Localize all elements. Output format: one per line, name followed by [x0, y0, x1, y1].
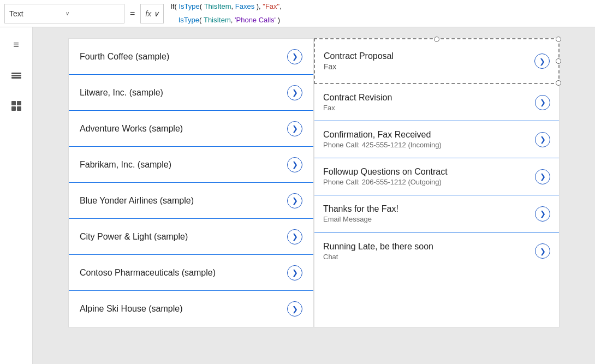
list-item-label: Alpine Ski House (sample): [80, 304, 287, 314]
list-item[interactable]: City Power & Light (sample) ❯: [69, 219, 313, 255]
right-list-item-title: Contract Revision: [323, 93, 535, 103]
selected-card-text: Contract Proposal Fax: [324, 51, 530, 71]
selected-card-title: Contract Proposal: [324, 51, 530, 61]
navigate-right-icon[interactable]: ❯: [287, 229, 302, 244]
panels-container: Fourth Coffee (sample) ❯ Litware, Inc. (…: [68, 38, 560, 327]
svg-rect-6: [17, 106, 21, 111]
list-item-label: City Power & Light (sample): [80, 232, 287, 242]
fx-button[interactable]: fx ∨: [140, 4, 164, 23]
svg-rect-5: [11, 106, 16, 111]
right-list-item-title: Thanks for the Fax!: [323, 204, 535, 214]
resize-handle-top-right[interactable]: [556, 37, 561, 42]
list-item-label: Blue Yonder Airlines (sample): [80, 196, 287, 206]
right-list-item[interactable]: Thanks for the Fax! Email Message ❯: [314, 195, 559, 232]
right-list-item-subtitle: Chat: [323, 253, 535, 261]
navigate-right-icon[interactable]: ❯: [287, 85, 302, 100]
navigate-right-icon[interactable]: ❯: [535, 95, 550, 110]
list-item[interactable]: Alpine Ski House (sample) ❯: [69, 291, 313, 327]
right-list-item-subtitle: Phone Call: 206-555-1212 (Outgoing): [323, 178, 535, 186]
navigate-right-icon[interactable]: ❯: [535, 169, 550, 184]
formula-thisitem2: ThisItem: [204, 15, 231, 25]
right-list-item-subtitle: Phone Call: 425-555-1212 (Incoming): [323, 141, 535, 149]
resize-handle-right-mid[interactable]: [556, 58, 561, 64]
navigate-right-icon[interactable]: ❯: [287, 157, 302, 172]
fx-chevron-icon: ∨: [153, 9, 159, 18]
list-item[interactable]: Contoso Pharmaceuticals (sample) ❯: [69, 255, 313, 291]
hamburger-menu-icon[interactable]: ≡: [7, 35, 26, 55]
dropdown-value: Text: [9, 9, 63, 18]
navigate-right-icon[interactable]: ❯: [534, 53, 550, 69]
formula-istype1: IsType: [178, 2, 199, 11]
navigate-right-icon[interactable]: ❯: [287, 301, 302, 317]
equals-sign: =: [127, 9, 138, 19]
list-item[interactable]: Fabrikam, Inc. (sample) ❯: [69, 147, 313, 183]
selected-card-subtitle: Fax: [324, 62, 530, 71]
right-list-item[interactable]: Running Late, be there soon Chat ❯: [314, 232, 559, 270]
right-list-item-title: Running Late, be there soon: [323, 242, 535, 252]
navigate-right-icon[interactable]: ❯: [287, 121, 302, 136]
list-item-label: Fourth Coffee (sample): [80, 52, 287, 62]
grid-view-icon[interactable]: [7, 96, 26, 116]
formula-thisitem1: ThisItem: [204, 2, 231, 11]
svg-rect-0: [11, 73, 21, 74]
right-list-item-text: Contract Revision Fax: [323, 93, 535, 112]
navigate-right-icon[interactable]: ❯: [287, 265, 302, 281]
right-list: Contract Revision Fax ❯ Confirmation, Fa…: [314, 84, 560, 327]
svg-rect-3: [11, 101, 16, 105]
formula-bar: Text ∨ = fx ∨ If( IsType( ThisItem, Faxe…: [0, 0, 595, 27]
list-item-label: Fabrikam, Inc. (sample): [80, 160, 287, 170]
navigate-right-icon[interactable]: ❯: [287, 193, 302, 208]
list-item-label: Adventure Works (sample): [80, 124, 287, 134]
navigate-right-icon[interactable]: ❯: [535, 206, 550, 222]
svg-rect-2: [11, 77, 21, 79]
formula-faxes: Faxes: [235, 2, 254, 11]
field-type-dropdown[interactable]: Text ∨: [4, 4, 124, 23]
right-list-item[interactable]: Confirmation, Fax Received Phone Call: 4…: [314, 121, 559, 158]
formula-expression[interactable]: If( IsType( ThisItem, Faxes ), "Fax", Is…: [166, 0, 591, 27]
svg-rect-1: [11, 75, 21, 76]
formula-if: If(: [170, 2, 178, 11]
list-item[interactable]: Litware, Inc. (sample) ❯: [69, 75, 313, 111]
right-list-item[interactable]: Followup Questions on Contract Phone Cal…: [314, 158, 559, 195]
right-list-item-text: Confirmation, Fax Received Phone Call: 4…: [323, 130, 535, 149]
right-list-item[interactable]: Contract Revision Fax ❯: [314, 84, 559, 121]
list-item-label: Contoso Pharmaceuticals (sample): [80, 268, 287, 278]
right-list-item-title: Confirmation, Fax Received: [323, 130, 535, 140]
list-item[interactable]: Blue Yonder Airlines (sample) ❯: [69, 183, 313, 219]
right-list-item-title: Followup Questions on Contract: [323, 167, 535, 177]
navigate-right-icon[interactable]: ❯: [287, 49, 302, 64]
right-list-item-text: Running Late, be there soon Chat: [323, 242, 535, 261]
formula-fax-string: "Fax": [263, 2, 279, 11]
list-item[interactable]: Fourth Coffee (sample) ❯: [69, 39, 313, 75]
fx-icon: fx: [145, 9, 151, 18]
right-list-item-text: Followup Questions on Contract Phone Cal…: [323, 167, 535, 186]
list-item-label: Litware, Inc. (sample): [80, 88, 287, 98]
formula-istype2: IsType: [178, 15, 199, 25]
selected-card-inner: Contract Proposal Fax ❯: [315, 39, 558, 83]
right-list-item-subtitle: Fax: [323, 104, 535, 112]
list-item[interactable]: Adventure Works (sample) ❯: [69, 111, 313, 147]
formula-phonecalls: 'Phone Calls': [235, 15, 276, 25]
dropdown-chevron-icon: ∨: [66, 10, 120, 16]
selected-card[interactable]: Contract Proposal Fax ❯: [314, 38, 560, 84]
right-list-item-subtitle: Email Message: [323, 215, 535, 223]
main-area: ≡ Fourth Coffee (sample) ❯: [0, 27, 595, 364]
resize-handle-bottom-right[interactable]: [556, 80, 561, 86]
svg-rect-4: [17, 101, 21, 105]
right-panel: Contract Proposal Fax ❯: [314, 38, 560, 327]
canvas-area: Fourth Coffee (sample) ❯ Litware, Inc. (…: [33, 27, 595, 364]
navigate-right-icon[interactable]: ❯: [535, 243, 550, 259]
layers-icon[interactable]: [7, 65, 26, 85]
sidebar-icons: ≡: [0, 27, 33, 364]
right-list-item-text: Thanks for the Fax! Email Message: [323, 204, 535, 223]
navigate-right-icon[interactable]: ❯: [535, 132, 550, 147]
left-list-panel: Fourth Coffee (sample) ❯ Litware, Inc. (…: [68, 38, 314, 327]
resize-handle-top-mid[interactable]: [434, 37, 439, 42]
